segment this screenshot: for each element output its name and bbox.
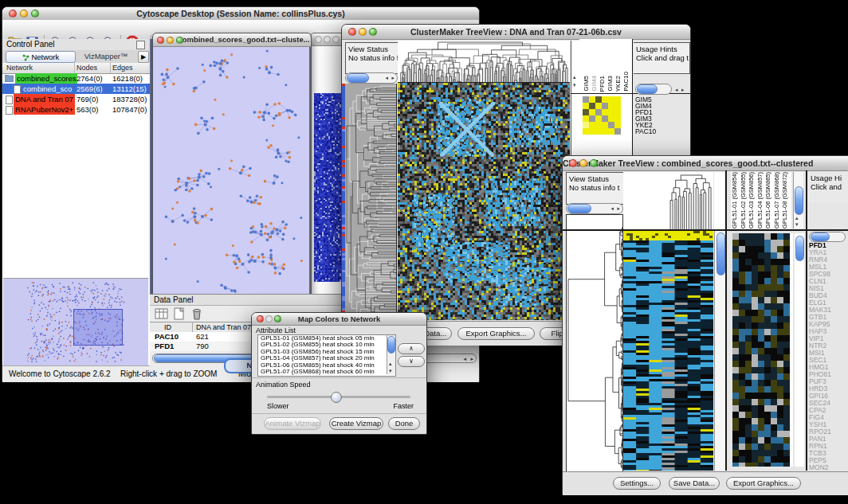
zoom-button[interactable]	[369, 28, 377, 36]
scrollbar-thumb[interactable]	[716, 232, 725, 275]
settings-button[interactable]: Settings...	[613, 477, 661, 490]
zoom-button[interactable]	[332, 36, 340, 43]
minimize-button[interactable]	[167, 37, 174, 44]
dialog-titlebar[interactable]: Map Colors to Network	[252, 313, 426, 326]
usage-hints-text: Click and drag t	[636, 53, 689, 62]
tv1-row-hscrollbar[interactable]: ◂ ▸	[345, 72, 398, 84]
close-button[interactable]	[9, 10, 17, 18]
close-button[interactable]	[348, 28, 356, 36]
scroll-right-arrow[interactable]: ▸	[470, 356, 473, 361]
minimize-button[interactable]	[20, 10, 28, 18]
tv2-heatmap[interactable]	[623, 231, 713, 471]
col-network[interactable]: Network	[6, 63, 33, 73]
close-button[interactable]	[257, 315, 264, 322]
scroll-left-arrow[interactable]: ◂	[385, 75, 388, 80]
scroll-right-arrow[interactable]: ▸	[391, 75, 395, 80]
move-down-button[interactable]: ∨	[398, 356, 425, 367]
zoom-button[interactable]	[176, 37, 183, 44]
tv2-column-dendrogram[interactable]	[623, 172, 713, 230]
tv2-gene-hscrollbar[interactable]	[809, 232, 846, 242]
attribute-listbox[interactable]: GPL51-01 (GSM854) heat shock 05 minGPL51…	[257, 334, 396, 377]
close-button[interactable]	[569, 159, 577, 167]
treeview1-titlebar[interactable]: ClusterMaker TreeView : DNA and Tran 07-…	[342, 25, 690, 40]
scrollbar-thumb[interactable]	[795, 186, 803, 215]
scrollbar-thumb[interactable]	[811, 232, 830, 241]
animate-vizmap-button[interactable]: Animate Vizmap	[264, 417, 321, 430]
network-graph-canvas[interactable]	[153, 47, 309, 296]
animation-speed-slider-thumb[interactable]	[331, 392, 342, 403]
control-panel-tabs: Network VizMapper™ ▶	[2, 50, 150, 64]
zoom-button[interactable]	[31, 10, 39, 18]
col-edges[interactable]: Edges	[112, 63, 133, 73]
minimize-button[interactable]	[324, 36, 331, 43]
network-overview[interactable]	[3, 278, 148, 366]
tab-overflow-arrow[interactable]: ▶	[138, 51, 149, 63]
tv2-vscrollbar[interactable]	[714, 231, 725, 471]
network-view-titlebar[interactable]: combined_scores_good.txt--cluste...	[153, 33, 311, 47]
move-up-button[interactable]: ∧	[398, 343, 425, 354]
network-table-header: Network Nodes Edges	[2, 63, 150, 74]
tv1-heatmap[interactable]	[398, 83, 570, 320]
create-vizmap-button[interactable]: Create Vizmap	[329, 417, 383, 430]
tv1-row-label-list[interactable]: GIM5GIM4PFD1GIM3YKE2PAC10	[635, 96, 688, 135]
control-panel-title: Control Panel	[2, 40, 55, 49]
zoom-button[interactable]	[590, 159, 598, 167]
overview-viewport-rect[interactable]	[73, 309, 123, 346]
dense-matrix-canvas[interactable]	[314, 93, 344, 282]
network-row-combined-sco-selected[interactable]: combined_sco 2569(6) 13112(15)	[2, 84, 150, 94]
minimize-button[interactable]	[265, 315, 273, 322]
table-mode-icon[interactable]	[155, 307, 169, 323]
scrollbar-thumb[interactable]	[637, 84, 658, 94]
close-button[interactable]	[157, 37, 164, 44]
scroll-left-arrow[interactable]: ◂	[610, 205, 614, 211]
tv1-row-dendrogram[interactable]	[345, 84, 397, 321]
scroll-down-arrow[interactable]: ▾	[573, 82, 576, 88]
tab-network[interactable]: Network	[6, 51, 76, 63]
scroll-up-arrow[interactable]: ▴	[795, 215, 799, 221]
network-row-combined-scores[interactable]: combined_scores 2764(0) 16218(0)	[2, 73, 150, 84]
tv1-global-matrix-thumbnail[interactable]	[583, 96, 621, 135]
tv1-column-dendrogram[interactable]	[398, 41, 570, 83]
done-button[interactable]: Done	[388, 417, 420, 430]
zoom-button[interactable]	[274, 315, 281, 322]
attribute-list-scrollbar[interactable]: ▴ ▾	[387, 335, 395, 374]
slower-label: Slower	[267, 402, 289, 410]
scrollbar-thumb[interactable]	[795, 236, 804, 261]
scroll-up-arrow[interactable]: ▴	[573, 74, 576, 80]
scroll-right-arrow[interactable]: ▸	[681, 87, 685, 92]
scroll-left-arrow[interactable]: ◂	[463, 356, 466, 361]
tv2-row-dendrogram[interactable]	[566, 214, 623, 472]
scrollbar-thumb[interactable]	[567, 204, 591, 213]
cytoscape-titlebar[interactable]: Cytoscape Desktop (Session Name: collins…	[2, 7, 479, 21]
scroll-down-arrow[interactable]: ▾	[795, 221, 799, 227]
tv2-zoom-column-labels[interactable]: GPL51-01 (GSM854)GPL51-02 (GSM855)GPL51-…	[731, 172, 791, 229]
scroll-down-arrow[interactable]: ▾	[389, 368, 392, 373]
attribute-items[interactable]: GPL51-01 (GSM854) heat shock 05 minGPL51…	[259, 335, 385, 376]
scrollbar-thumb[interactable]	[387, 336, 395, 354]
tv2-zoom-label-scrollbar[interactable]: ▴ ▾	[793, 172, 803, 229]
scroll-up-arrow[interactable]: ▴	[389, 361, 392, 366]
minimize-button[interactable]	[359, 28, 367, 36]
network-row-rnapuber[interactable]: RNAPuberNov2+ 563(0) 107847(0)	[2, 104, 150, 115]
tv1-label-hscrollbar[interactable]	[635, 84, 672, 95]
minimize-button[interactable]	[579, 159, 587, 167]
export-graphics-button[interactable]: Export Graphics...	[726, 477, 801, 490]
network-row-dna-tran[interactable]: DNA and Tran 07 769(0) 183728(0)	[2, 94, 150, 104]
tv2-row-hscrollbar[interactable]: ◂ ▸	[566, 203, 623, 214]
tab-vizmapper[interactable]: VizMapper™	[77, 51, 135, 61]
export-graphics-button[interactable]: Export Graphics...	[457, 327, 535, 340]
tv2-zoom-vscrollbar[interactable]	[795, 233, 804, 467]
scroll-right-arrow[interactable]: ▸	[617, 205, 620, 211]
scrollbar-thumb[interactable]	[347, 73, 369, 83]
scroll-left-arrow[interactable]: ◂	[675, 87, 678, 92]
save-data-button[interactable]: Save Data...	[669, 477, 720, 490]
tv2-gene-label-list[interactable]: PFD1YRA1RNR4MSL1SPC98CLN1NIS1BUD4ELG1MAK…	[809, 242, 848, 471]
float-panel-icon[interactable]	[136, 41, 145, 49]
tv1-column-labels[interactable]: GIM5GIM4PFD1GIM3YKE2PAC10	[583, 42, 630, 92]
tv2-zoom-heatmap[interactable]	[732, 233, 793, 467]
treeview2-titlebar[interactable]: ClusterMaker TreeView : combined_scores_…	[563, 156, 848, 171]
close-button[interactable]	[315, 36, 322, 43]
new-attribute-icon[interactable]	[172, 307, 186, 323]
col-nodes[interactable]: Nodes	[77, 63, 97, 73]
delete-attribute-icon[interactable]	[190, 307, 204, 323]
